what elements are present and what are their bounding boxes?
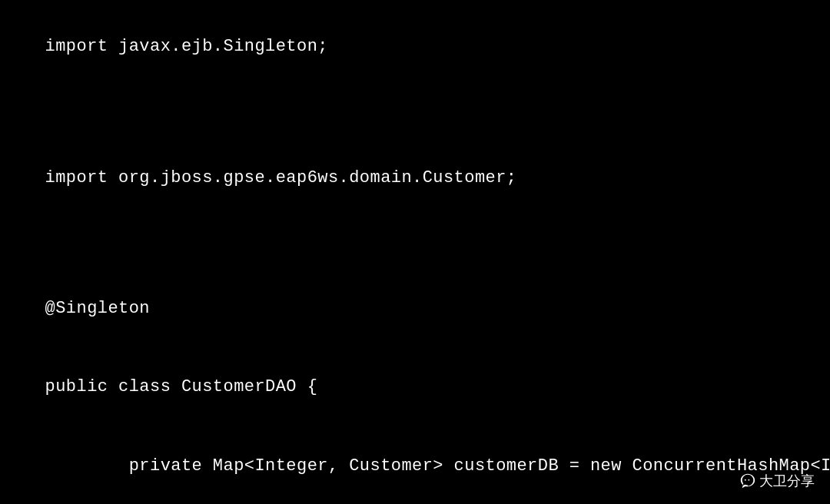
- code-line-6: public class CustomerDAO {: [45, 377, 318, 396]
- code-line-3: import org.jboss.gpse.eap6ws.domain.Cust…: [45, 168, 517, 187]
- code-line-7: private Map<Integer, Customer> customerD…: [45, 456, 830, 476]
- code-line-1: import javax.ejb.Singleton;: [45, 37, 328, 56]
- code-display: import javax.ejb.Singleton; import org.j…: [3, 8, 827, 504]
- watermark: 大卫分享: [739, 472, 815, 490]
- wechat-icon: [739, 472, 756, 489]
- watermark-text: 大卫分享: [759, 472, 815, 490]
- code-line-5: @Singleton: [45, 299, 150, 318]
- terminal-window: import javax.ejb.Singleton; import org.j…: [0, 0, 830, 504]
